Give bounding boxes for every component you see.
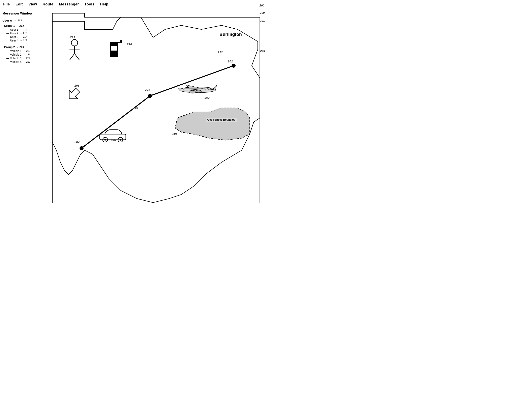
main-layout: Messenger Window User A ← 213 Group 1 ← … bbox=[0, 9, 266, 203]
ref-223-label: ← 223 bbox=[23, 60, 30, 63]
ref-219-label: ← 219 bbox=[16, 46, 24, 49]
ref-216-label: ← 216 bbox=[20, 32, 27, 35]
geo-fence-label: Geo-Fenced Boundary bbox=[206, 118, 237, 122]
ann-207: 207 bbox=[74, 140, 79, 144]
sidebar: Messenger Window User A ← 213 Group 1 ← … bbox=[0, 9, 40, 203]
ann-205: 205 bbox=[111, 138, 116, 142]
vehicle4-label: — Vehicle 4 bbox=[7, 60, 22, 63]
sidebar-item-user1[interactable]: — User 1 ← 215 bbox=[0, 28, 40, 31]
ann-211: 211 bbox=[70, 36, 75, 39]
ref-222-label: ← 222 bbox=[23, 57, 30, 60]
svg-line-8 bbox=[74, 54, 79, 60]
ann-200: 200 bbox=[260, 11, 265, 14]
vehicle3-label: — Vehicle 3 bbox=[7, 57, 22, 60]
route-dot-209 bbox=[148, 94, 152, 98]
user4-label: — User 4 bbox=[7, 39, 18, 42]
user-a-label: User A bbox=[2, 19, 12, 22]
sidebar-item-vehicle3[interactable]: — Vehicle 3 ← 222 bbox=[0, 56, 40, 60]
ref-200-label: 200 bbox=[259, 4, 264, 7]
arrow-icon bbox=[66, 87, 80, 102]
ref-220-label: ← 220 bbox=[23, 50, 30, 52]
svg-point-22 bbox=[196, 90, 201, 93]
ann-206: 206 bbox=[133, 106, 138, 109]
ref-213-label: ← 213 bbox=[14, 19, 22, 22]
gas-pump-icon bbox=[109, 39, 123, 60]
sidebar-title: Messenger Window bbox=[0, 11, 40, 17]
ann-208: 208 bbox=[74, 84, 79, 87]
stick-figure-icon bbox=[67, 39, 82, 62]
ref-221-label: ← 221 bbox=[23, 53, 30, 56]
sidebar-item-user4[interactable]: — User 4 ← 218 bbox=[0, 39, 40, 42]
sidebar-item-vehicle4[interactable]: — Vehicle 4 ← 223 bbox=[0, 60, 40, 64]
group-2-label: Group 2 bbox=[4, 45, 15, 49]
ann-224: 224 bbox=[260, 49, 265, 53]
sidebar-item-vehicle1[interactable]: — Vehicle 1 ← 220 bbox=[0, 49, 40, 53]
vehicle1-label: — Vehicle 1 bbox=[7, 49, 22, 53]
svg-marker-14 bbox=[66, 87, 80, 102]
svg-point-18 bbox=[104, 139, 106, 141]
ref-214-label: ← 214 bbox=[16, 24, 24, 27]
vehicle2-label: — Vehicle 2 bbox=[7, 53, 22, 56]
menu-edit[interactable]: Edit bbox=[15, 2, 23, 7]
ref-218-label: ← 218 bbox=[20, 39, 27, 42]
sidebar-item-user3[interactable]: — User 3 ← 217 bbox=[0, 35, 40, 39]
burlington-label: Burlington bbox=[219, 32, 242, 37]
svg-point-19 bbox=[120, 139, 121, 141]
ref-215-label: ← 215 bbox=[20, 28, 27, 31]
sidebar-group-2[interactable]: Group 2 ← 219 bbox=[0, 45, 40, 49]
svg-point-4 bbox=[71, 39, 78, 46]
route-dot-202 bbox=[231, 64, 236, 68]
svg-rect-10 bbox=[110, 42, 118, 46]
ref-217-label: ← 217 bbox=[20, 36, 27, 38]
ann-201: 201 bbox=[260, 19, 265, 22]
user2-label: — User 2 bbox=[7, 32, 18, 35]
menu-bar: File Edit View Route Messenger Tools Hel… bbox=[0, 0, 266, 9]
svg-rect-13 bbox=[120, 40, 122, 43]
menu-messenger[interactable]: Messenger bbox=[59, 2, 79, 7]
menu-tools[interactable]: Tools bbox=[85, 2, 94, 7]
sidebar-group-1[interactable]: Group 1 ← 214 bbox=[0, 24, 40, 28]
sidebar-item-user2[interactable]: — User 2 ← 216 bbox=[0, 31, 40, 35]
route-dot-207 bbox=[79, 146, 84, 150]
map-area: Burlington Geo-Fenced Boundary bbox=[40, 9, 266, 203]
ann-203: 203 bbox=[205, 96, 210, 99]
ann-202: 202 bbox=[228, 60, 233, 63]
svg-line-7 bbox=[70, 54, 74, 60]
ann-212-map: 212 bbox=[218, 51, 223, 54]
menu-help[interactable]: Help bbox=[100, 2, 108, 7]
user1-label: — User 1 bbox=[7, 28, 18, 31]
menu-route[interactable]: Route bbox=[43, 2, 54, 7]
ann-209: 209 bbox=[145, 88, 150, 91]
svg-rect-11 bbox=[111, 46, 117, 51]
ann-204: 204 bbox=[172, 132, 177, 136]
sidebar-item-vehicle2[interactable]: — Vehicle 2 ← 221 bbox=[0, 53, 40, 56]
menu-file[interactable]: File bbox=[3, 2, 10, 7]
ann-210: 210 bbox=[127, 43, 132, 46]
group-1-label: Group 1 bbox=[4, 24, 15, 27]
svg-marker-3 bbox=[175, 108, 250, 140]
svg-point-21 bbox=[189, 90, 196, 93]
sidebar-user-root[interactable]: User A ← 213 bbox=[0, 18, 40, 22]
menu-view[interactable]: View bbox=[29, 2, 37, 7]
airplane-icon bbox=[177, 82, 218, 99]
user3-label: — User 3 bbox=[7, 35, 18, 38]
